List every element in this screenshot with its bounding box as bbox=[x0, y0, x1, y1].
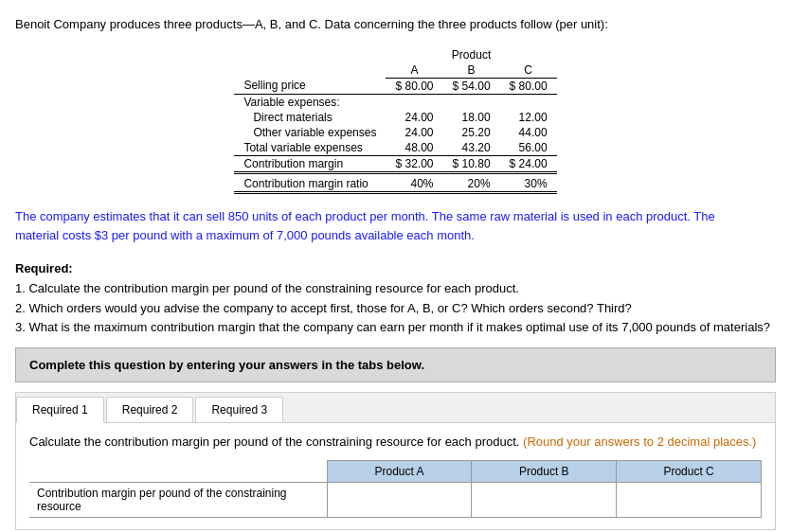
required-item-1: 1. Calculate the contribution margin per… bbox=[15, 281, 519, 295]
answer-input-a-cell[interactable] bbox=[327, 483, 472, 518]
answer-row-label: Contribution margin per pound of the con… bbox=[29, 483, 327, 518]
answer-input-b[interactable] bbox=[476, 493, 612, 506]
table-row-label: Contribution margin ratio bbox=[234, 176, 386, 193]
table-row-value: 20% bbox=[443, 176, 500, 193]
answer-table-label-header bbox=[29, 461, 327, 483]
answer-col-c: Product C bbox=[617, 461, 762, 483]
table-row-label: Selling price bbox=[234, 78, 386, 94]
intro-text: Benoit Company produces three products—A… bbox=[15, 15, 776, 34]
table-row-value: 48.00 bbox=[386, 140, 442, 156]
product-header: Product bbox=[386, 47, 556, 62]
answer-col-a: Product A bbox=[327, 461, 472, 483]
tab-required-1[interactable]: Required 1 bbox=[16, 397, 104, 423]
instruction-box-text: Complete this question by entering your … bbox=[29, 358, 424, 372]
table-row-value: 24.00 bbox=[386, 125, 442, 140]
table-row-value: $ 10.80 bbox=[443, 155, 500, 172]
tab-required-2[interactable]: Required 2 bbox=[106, 397, 194, 422]
col-header-b: B bbox=[443, 62, 500, 79]
table-row-value: $ 54.00 bbox=[443, 78, 500, 94]
table-row-label: Other variable expenses bbox=[234, 125, 386, 140]
table-row-value: 24.00 bbox=[386, 110, 442, 125]
product-table: Product A B C Selling price$ 80.00$ 54.0… bbox=[234, 47, 556, 194]
answer-input-c-cell[interactable] bbox=[617, 483, 762, 518]
table-row-label: Variable expenses: bbox=[234, 94, 386, 110]
tab-content: Calculate the contribution margin per po… bbox=[16, 423, 775, 529]
table-row-value bbox=[443, 94, 500, 110]
required-section: Required: 1. Calculate the contribution … bbox=[15, 259, 776, 338]
calc-note: (Round your answers to 2 decimal places.… bbox=[523, 434, 756, 449]
table-row-value: 25.20 bbox=[443, 125, 500, 140]
answer-input-b-cell[interactable] bbox=[472, 483, 617, 518]
calc-instruction: Calculate the contribution margin per po… bbox=[29, 434, 762, 449]
table-row-label: Total variable expenses bbox=[234, 140, 386, 156]
answer-input-c[interactable] bbox=[620, 493, 757, 506]
table-row-label: Direct materials bbox=[234, 110, 386, 125]
company-description: The company estimates that it can sell 8… bbox=[15, 207, 776, 247]
table-row-value: $ 32.00 bbox=[386, 155, 442, 172]
table-row-value: 18.00 bbox=[443, 110, 500, 125]
table-row-value: $ 80.00 bbox=[386, 78, 442, 94]
table-row-value: 40% bbox=[386, 176, 442, 193]
table-row-value: 12.00 bbox=[500, 110, 557, 125]
table-row-value: 56.00 bbox=[500, 140, 557, 156]
required-heading: Required: bbox=[15, 261, 73, 275]
answer-input-a[interactable] bbox=[332, 493, 468, 506]
table-row-value bbox=[500, 94, 557, 110]
required-item-3: 3. What is the maximum contribution marg… bbox=[15, 320, 770, 334]
answer-col-b: Product B bbox=[472, 461, 617, 483]
table-row-value: 30% bbox=[500, 176, 557, 193]
table-row-value: $ 24.00 bbox=[500, 155, 557, 172]
table-row-value: 44.00 bbox=[500, 125, 557, 140]
answer-row: Contribution margin per pound of the con… bbox=[29, 483, 762, 518]
tab-required-3[interactable]: Required 3 bbox=[195, 397, 283, 422]
table-row-value: 43.20 bbox=[443, 140, 500, 156]
table-row-value bbox=[386, 94, 442, 110]
tabs-header: Required 1 Required 2 Required 3 bbox=[16, 393, 775, 423]
tabs-container: Required 1 Required 2 Required 3 Calcula… bbox=[15, 392, 776, 530]
table-row-value: $ 80.00 bbox=[500, 78, 557, 94]
col-header-a: A bbox=[386, 62, 442, 79]
table-row-label: Contribution margin bbox=[234, 155, 386, 172]
col-header-c: C bbox=[500, 62, 557, 79]
answer-table: Product A Product B Product C Contributi… bbox=[29, 460, 762, 518]
required-item-2: 2. Which orders would you advise the com… bbox=[15, 301, 632, 315]
instruction-box: Complete this question by entering your … bbox=[15, 347, 776, 382]
